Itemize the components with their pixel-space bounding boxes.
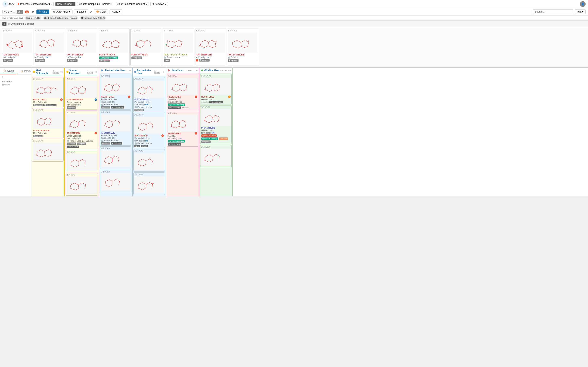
stacked-control[interactable]: Stacked ▾	[2, 80, 30, 83]
refresh-button[interactable]: ↻	[31, 9, 35, 14]
link-anchor-2-6[interactable]: link	[145, 103, 148, 106]
svg-point-1	[21, 46, 23, 47]
card-link-7: torX design link	[196, 56, 225, 58]
column-mari-goldsmith: Mari Goldsmith 3 tickets ↑ ≡ 21-3: IDEA	[31, 68, 65, 196]
column-cards-partner1: 6-5: IDEA N REGISTERED	[99, 73, 132, 193]
card-link-anchor-7[interactable]: link	[207, 56, 210, 58]
alert-icon-2-5: !	[161, 134, 164, 137]
card-2-8[interactable]: 2-8: IDEA N REGISTERED	[167, 74, 198, 110]
column-menu-icon-mari[interactable]: ≡	[61, 70, 63, 73]
quick-filters-bar: Quick Filters applied: Shipped (NO) Cont…	[0, 16, 588, 21]
mol-4-2	[67, 177, 97, 194]
card-3-3[interactable]: 3-3: IDEA	[66, 150, 98, 172]
row-button[interactable]: Row Stacked ▾	[55, 2, 75, 6]
card-link-2-5: torX design link	[134, 140, 164, 142]
share-button[interactable]: ⤢	[90, 10, 92, 13]
color-icon: 🎨	[96, 10, 99, 13]
view-as-button[interactable]: 👁 View As ▾	[151, 2, 168, 6]
card-link-anchor-3[interactable]: link	[78, 56, 81, 58]
export-button[interactable]: ⬆ Export	[74, 9, 88, 14]
unassigned-card-5[interactable]: 7-7: IDEA abs FOR SYNTHESIS Progress	[130, 29, 162, 66]
card-2-6[interactable]: 2-6: IDEA F IN SYNTHESIS PartnerLabs Use…	[134, 77, 165, 112]
card-status-3-1: REGISTERED !	[67, 132, 97, 134]
card-user-2-6: PartnerLabs User	[134, 101, 164, 103]
card-6-5[interactable]: 6-5: IDEA N REGISTERED	[100, 74, 131, 109]
no-synth-toggle[interactable]: NO SYNTH OFF	[2, 10, 23, 14]
card-id-6-5: 6-5: IDEA	[101, 75, 130, 77]
unassigned-card-3[interactable]: 20-1: IDEA O N FOR SYNTHESIS torX design…	[66, 29, 97, 66]
card-badge-2: Progress	[35, 59, 45, 62]
quick-filter-button[interactable]: ⊕ Quick Filter ▾	[51, 9, 73, 14]
sort-control[interactable]: ⇅	[2, 76, 30, 79]
link-anchor-4-3[interactable]: link	[77, 104, 80, 106]
card-2-5[interactable]: 2-5: IDEA Cl REGISTERED !	[134, 113, 165, 148]
card-id-4-3: 4-3: IDEA	[67, 78, 97, 80]
card-21-2[interactable]: 21-2: IDEA N HN FOR SYNTHESIS	[32, 108, 64, 138]
unassigned-card-1[interactable]: 20-3: IDEA O N FOR SYNTHESIS torX design…	[2, 29, 33, 66]
card-2-7[interactable]: 2-7: IDEA N F	[200, 145, 232, 167]
card-link-anchor-2[interactable]: link	[46, 56, 49, 58]
card-21-3[interactable]: 21-3: IDEA N O	[32, 77, 64, 107]
card-4-2[interactable]: 4-2: IDEA	[66, 173, 98, 196]
link-anchor-6-5[interactable]: link	[112, 101, 115, 103]
svg-text:N: N	[21, 41, 22, 43]
column-menu-icon-g2kilos[interactable]: ≡	[229, 69, 231, 72]
link-anchor-3-1[interactable]: link	[77, 137, 80, 140]
link-anchor-2-1[interactable]: link	[179, 137, 182, 140]
text-button[interactable]: Text ▾	[575, 9, 586, 14]
column-sort-icon-one-user[interactable]: ↑	[193, 69, 194, 72]
link-anchor-2-5[interactable]: link	[145, 140, 148, 142]
color-button[interactable]: 🎨 Color	[94, 9, 108, 14]
link-anchor-2-2[interactable]: link	[112, 137, 115, 139]
column-sort-icon-partner1[interactable]: ↑	[126, 69, 128, 72]
card-4-3[interactable]: 4-3: IDEA N FOR SYNTHESIS	[66, 77, 98, 110]
filter-chip-contributor[interactable]: Contributor(s) (Lanceron, Simon)	[42, 17, 78, 20]
svg-text:N: N	[170, 125, 172, 127]
column-menu-icon-simon[interactable]: ≡	[96, 70, 97, 73]
card-2-1[interactable]: 2-1: IDEA N F REGIST	[167, 111, 198, 147]
mol-2-2: N	[101, 114, 130, 131]
unassigned-collapse-button[interactable]: ▼	[2, 22, 7, 26]
project-button[interactable]: Project R Compound Board ▾	[16, 2, 54, 6]
card-4-2b[interactable]: 4-2: IDEA	[100, 146, 131, 169]
card-2-3[interactable]: 2-3: IDEA	[100, 170, 131, 192]
card-3-1[interactable]: 3-1: IDEA N O REGISTERED	[66, 110, 98, 149]
column-menu-icon-partner1[interactable]: ≡	[129, 69, 131, 72]
card-link-2-2: torX design link	[101, 137, 130, 139]
link-anchor-2-8[interactable]: link	[179, 101, 182, 103]
card-3-4[interactable]: 3-4: IDEA HO	[134, 173, 165, 195]
filter-chip-compound-type[interactable]: Compound Type (IDEA)	[80, 17, 107, 20]
unassigned-card-7[interactable]: 6-3: IDEA HN N FOR SYNTHESIS torX design…	[195, 29, 226, 66]
tab-active[interactable]: 📋 Active	[0, 68, 17, 74]
column-menu-icon-one-user[interactable]: ≡	[196, 69, 197, 72]
svg-text:N: N	[248, 40, 249, 42]
alerts-button[interactable]: Alerts ▾	[109, 9, 122, 14]
card-21-4[interactable]: 21-4: IDEA N	[32, 139, 64, 162]
avatar[interactable]: 👤	[580, 1, 586, 7]
column-sort-icon-g2kilos[interactable]: ↑	[228, 69, 229, 72]
color-header-button[interactable]: Color Compound Chemist ▾	[115, 2, 149, 6]
search-input[interactable]	[533, 9, 573, 14]
link-anchor-5-3[interactable]: link	[212, 132, 215, 134]
filter-chip-shipped[interactable]: Shipped (NO)	[25, 17, 41, 20]
sss-button[interactable]: 🔍 SSS	[36, 9, 49, 14]
card-21-5[interactable]: 21-5: IDEA N REGISTERED	[200, 74, 232, 104]
unassigned-card-6[interactable]: 2-11: IDEA Cl N H READY FOR SYNTHESIS 🏢 …	[163, 29, 194, 66]
unassigned-card-2[interactable]: 20-2: IDEA O N FOR SYNTHESIS torX design…	[34, 29, 65, 66]
card-user-2-2: PartnerLabs User	[101, 134, 130, 137]
unassigned-card-8[interactable]: 5-1: IDEA N FOR SYNTHESIS 🏢 G2Kilos Prog…	[227, 29, 258, 66]
badge-dup-3-1: Duplicate	[67, 142, 76, 145]
badge-unstable-5-3: Unstable	[219, 137, 228, 140]
badge-trx-21-3: TRX-0001486	[43, 104, 57, 106]
parked-tab-label: Parked	[24, 70, 32, 73]
badge-trx-6-5: TRX-0004726	[111, 106, 124, 108]
alerts-dropdown-icon: ▾	[119, 10, 120, 13]
column-button[interactable]: Column Compound Chemist ▾	[77, 2, 113, 6]
unassigned-card-4[interactable]: 7-6: IDEA HO N FOR SYNTHESIS Synthesis M…	[98, 29, 130, 66]
card-2-2[interactable]: 2-2: IDEA N IN SYNTHESIS PartnerLabs Use…	[100, 110, 131, 146]
card-3-6[interactable]: 3-6: IDEA	[134, 149, 165, 172]
card-id-6: 2-11: IDEA	[164, 30, 193, 32]
column-menu-icon-partner2[interactable]: ≡	[163, 70, 164, 73]
card-5-3[interactable]: 5-3: IDEA N F IN SYNTHESIS	[200, 105, 232, 144]
card-link-anchor-1[interactable]: link	[13, 56, 17, 58]
